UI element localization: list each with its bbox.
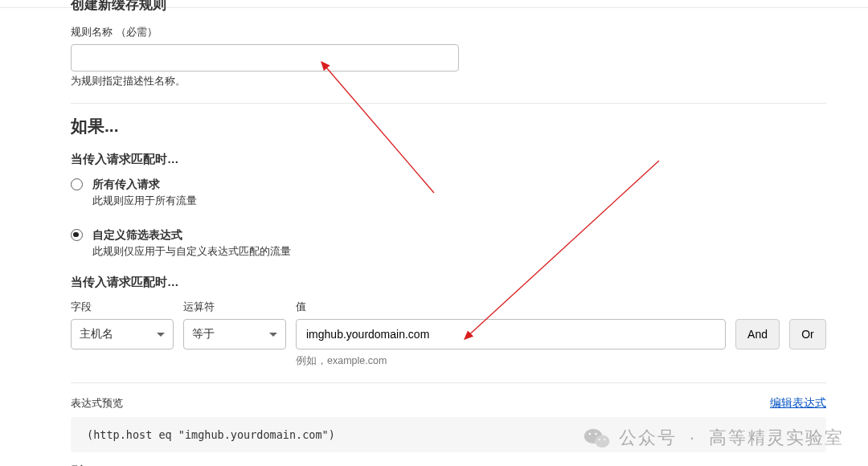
- radio-custom[interactable]: [71, 229, 83, 241]
- rule-name-label: 规则名称 （必需）: [71, 25, 836, 39]
- page-root: 创建新缓存规则 规则名称 （必需） 为规则指定描述性名称。 如果... 当传入请…: [71, 0, 836, 466]
- section-divider-2: [71, 382, 826, 383]
- preview-header: 表达式预览 编辑表达式: [71, 396, 826, 411]
- expression-preview-code: (http.host eq "imghub.yourdomain.com"): [71, 417, 826, 452]
- chevron-down-icon: [157, 333, 165, 337]
- chevron-down-icon: [269, 333, 277, 337]
- radio-option-custom[interactable]: 自定义筛选表达式 此规则仅应用于与自定义表达式匹配的流量: [71, 227, 836, 259]
- radio-all[interactable]: [71, 178, 83, 190]
- section-divider-1: [71, 103, 826, 104]
- value-help: 例如，example.com: [296, 354, 836, 368]
- match-when-label-2: 当传入请求匹配时…: [71, 275, 836, 290]
- preview-label: 表达式预览: [71, 396, 123, 411]
- or-button[interactable]: Or: [789, 319, 826, 350]
- field-select[interactable]: 主机名: [71, 319, 174, 350]
- label-value: 值: [296, 300, 836, 314]
- radio-all-title: 所有传入请求: [92, 177, 197, 191]
- page-title: 创建新缓存规则: [71, 0, 836, 14]
- field-select-value: 主机名: [80, 327, 113, 341]
- label-field: 字段: [71, 300, 174, 314]
- operator-select-value: 等于: [192, 327, 215, 341]
- if-heading: 如果...: [71, 115, 836, 137]
- builder-row: 主机名 等于 And Or: [71, 319, 826, 350]
- rule-name-input[interactable]: [71, 44, 459, 72]
- operator-select[interactable]: 等于: [183, 319, 286, 350]
- radio-custom-desc: 此规则仅应用于与自定义表达式匹配的流量: [92, 244, 291, 259]
- edit-expression-link[interactable]: 编辑表达式: [770, 396, 826, 411]
- value-input[interactable]: [296, 319, 726, 350]
- radio-custom-title: 自定义筛选表达式: [92, 227, 291, 242]
- match-when-label-1: 当传入请求匹配时…: [71, 152, 836, 167]
- builder-labels: 字段 运算符 值: [71, 300, 836, 314]
- rule-name-help: 为规则指定描述性名称。: [71, 75, 836, 88]
- radio-option-all[interactable]: 所有传入请求 此规则应用于所有流量: [71, 177, 836, 208]
- radio-all-desc: 此规则应用于所有流量: [92, 194, 197, 208]
- match-mode-radio-group: 所有传入请求 此规则应用于所有流量 自定义筛选表达式 此规则仅应用于与自定义表达…: [71, 177, 836, 259]
- label-operator: 运算符: [183, 300, 286, 314]
- and-button[interactable]: And: [735, 319, 780, 350]
